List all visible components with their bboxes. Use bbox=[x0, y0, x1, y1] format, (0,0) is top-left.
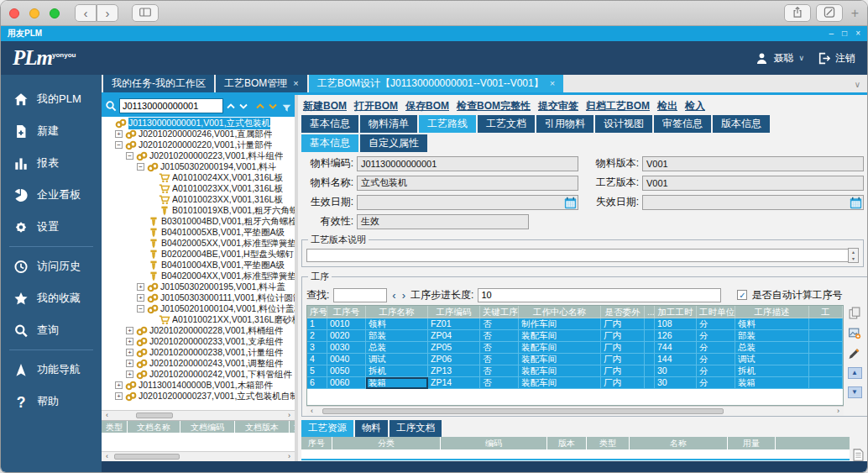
sidebar-item-help[interactable]: ?帮助 bbox=[1, 386, 102, 418]
sidebar-item-new[interactable]: 新建 bbox=[1, 115, 102, 147]
user-name[interactable]: 聂聪 bbox=[773, 51, 793, 66]
process-cell[interactable]: 分 bbox=[697, 342, 735, 354]
toolbar-link[interactable]: 新建BOM bbox=[303, 99, 347, 113]
tree-item[interactable]: B04010005XB,V001,平垫圈A级 bbox=[102, 227, 295, 238]
process-cell[interactable]: 领料 bbox=[735, 318, 809, 330]
tab-close-icon[interactable]: × bbox=[550, 75, 555, 92]
main-tab[interactable]: 基本信息 bbox=[301, 115, 358, 133]
tree-item[interactable]: B04020005XX,V001,标准型弹簧垫圈 bbox=[102, 238, 295, 249]
tree-item[interactable]: −J02010200000223,V001,料斗组件 bbox=[102, 150, 295, 161]
process-column-header[interactable]: 工作中心名称 bbox=[519, 306, 601, 318]
process-cell[interactable]: 否 bbox=[480, 318, 519, 330]
process-cell[interactable]: 分 bbox=[697, 365, 735, 377]
process-cell[interactable]: 分 bbox=[697, 330, 735, 342]
form-input[interactable]: 生效 bbox=[357, 214, 529, 229]
process-column-header[interactable]: 工时单位 bbox=[697, 306, 735, 318]
process-cell[interactable]: 0020 bbox=[327, 330, 366, 342]
tree-item[interactable]: −J01050201000104,V001,料位计盖板 bbox=[102, 303, 295, 314]
minimize-button[interactable]: – bbox=[829, 26, 834, 41]
process-cell[interactable]: ZP05 bbox=[428, 342, 480, 354]
process-cell[interactable]: 否 bbox=[480, 342, 519, 354]
resource-column-header[interactable]: 名称 bbox=[630, 437, 727, 449]
auto-number-checkbox[interactable]: ✓ bbox=[737, 290, 747, 300]
process-cell[interactable] bbox=[645, 342, 655, 354]
process-cell[interactable]: 否 bbox=[480, 354, 519, 365]
expand-toggle-icon[interactable]: + bbox=[137, 283, 144, 291]
process-row[interactable]: 30030总装ZP05否装配车间厂内744分总装 bbox=[307, 342, 843, 354]
main-tab[interactable]: 审签信息 bbox=[654, 115, 711, 133]
forward-button[interactable]: › bbox=[97, 4, 118, 22]
process-column-header[interactable]: 工序编码 bbox=[428, 306, 480, 318]
tab-overflow-chevron-icon[interactable]: ∨ bbox=[855, 80, 867, 92]
tree-item[interactable]: +J02010200000246,V001,直属部件 bbox=[102, 129, 295, 139]
zoom-traffic-light[interactable] bbox=[50, 8, 60, 18]
sidebar-item-query[interactable]: 查询 bbox=[1, 314, 102, 346]
process-cell[interactable]: 部装 bbox=[735, 330, 809, 342]
form-input[interactable]: V001 bbox=[642, 176, 864, 191]
form-input[interactable]: J01130000000001 bbox=[357, 156, 578, 171]
process-table-scrollbar[interactable]: ‹ › bbox=[306, 406, 844, 416]
process-cell[interactable]: 0010 bbox=[327, 318, 366, 330]
tree-item[interactable]: B04010004XB,V001,平垫圈A级 bbox=[102, 260, 295, 271]
main-tab[interactable]: 工艺文档 bbox=[478, 115, 535, 133]
logout-link[interactable]: 注销 bbox=[835, 51, 855, 66]
process-column-header[interactable]: ... bbox=[645, 306, 655, 318]
process-column-header[interactable]: 工序描述 bbox=[735, 306, 809, 318]
tree-item[interactable]: +J02010200000233,V001,支承组件 bbox=[102, 336, 295, 347]
process-column-header[interactable]: 工 bbox=[809, 306, 843, 318]
sub-tab[interactable]: 基本信息 bbox=[301, 134, 358, 152]
toolbar-link[interactable]: 归档工艺BOM bbox=[586, 99, 650, 113]
toolbar-link[interactable]: 打开BOM bbox=[354, 99, 398, 113]
form-input[interactable] bbox=[642, 195, 864, 210]
doc-column-header[interactable]: 文档格式 bbox=[290, 421, 295, 433]
tab-3[interactable]: 工艺BOM设计【J01130000000001--V001--V001】× bbox=[309, 75, 563, 92]
process-cell[interactable]: 装配车间 bbox=[519, 342, 601, 354]
expand-toggle-icon[interactable]: + bbox=[126, 327, 133, 334]
process-cell[interactable]: 部装 bbox=[366, 330, 428, 342]
search-prev-icon[interactable] bbox=[226, 100, 236, 112]
process-cell[interactable]: 否 bbox=[480, 330, 519, 342]
document-list-scrollbar[interactable]: ‹ › bbox=[102, 451, 295, 461]
user-menu-chevron-icon[interactable]: ∨ bbox=[798, 54, 804, 62]
process-cell[interactable]: 144 bbox=[655, 354, 697, 365]
tree-item[interactable]: −J01050302000194,V001,料斗 bbox=[102, 161, 295, 172]
tree-item[interactable]: B04020004XX,V001,标准型弹簧垫圈 bbox=[102, 271, 295, 281]
sidebar-item-history[interactable]: 访问历史 bbox=[1, 250, 102, 282]
process-row[interactable]: 40040调试ZP06否装配车间厂内144分调试 bbox=[307, 354, 843, 365]
scroll-track[interactable] bbox=[112, 452, 284, 461]
process-cell[interactable]: 2 bbox=[307, 330, 327, 342]
scroll-thumb[interactable] bbox=[322, 408, 724, 414]
process-cell[interactable]: 3 bbox=[307, 342, 327, 354]
process-cell[interactable]: 否 bbox=[480, 377, 519, 389]
process-cell[interactable]: 调试 bbox=[735, 354, 809, 365]
bottom-tab[interactable]: 物料 bbox=[355, 420, 388, 437]
doc-column-header[interactable]: 文档名称 bbox=[128, 421, 180, 433]
tab-2[interactable]: 工艺BOM管理× bbox=[216, 75, 307, 92]
resource-column-header[interactable]: 分类 bbox=[332, 437, 440, 449]
resource-column-header[interactable]: 编码 bbox=[441, 437, 546, 449]
scroll-track[interactable] bbox=[112, 411, 284, 420]
process-cell[interactable]: 744 bbox=[655, 342, 697, 354]
process-cell[interactable]: 0030 bbox=[327, 342, 366, 354]
toolbar-link[interactable]: 保存BOM bbox=[405, 99, 449, 113]
process-cell[interactable] bbox=[809, 342, 843, 354]
tree-item[interactable]: +J01050302000195,V001,料斗盖 bbox=[102, 281, 295, 292]
process-cell[interactable]: FZ01 bbox=[428, 318, 480, 330]
process-cell[interactable]: ZP13 bbox=[428, 365, 480, 377]
spinner-icon[interactable]: ▴▾ bbox=[848, 248, 859, 263]
process-cell[interactable]: 总装 bbox=[735, 342, 809, 354]
process-cell[interactable]: 30 bbox=[655, 365, 697, 377]
move-down-icon[interactable] bbox=[268, 100, 278, 112]
process-cell[interactable]: 5 bbox=[307, 365, 327, 377]
main-tab[interactable]: 设计视图 bbox=[595, 115, 652, 133]
doc-column-header[interactable]: 文档版本 bbox=[235, 421, 289, 433]
process-column-header[interactable]: 序号 bbox=[307, 306, 327, 318]
scroll-right-icon[interactable]: › bbox=[284, 452, 295, 461]
expand-toggle-icon[interactable]: − bbox=[137, 163, 144, 171]
toolbar-link[interactable]: 检出 bbox=[657, 99, 677, 113]
tree-item[interactable]: +J02010200000243,V001,调整组件 bbox=[102, 358, 295, 369]
process-cell[interactable] bbox=[809, 318, 843, 330]
process-cell[interactable]: ZP04 bbox=[428, 330, 480, 342]
process-cell[interactable]: 装箱 bbox=[735, 377, 809, 389]
scroll-thumb[interactable] bbox=[136, 413, 173, 418]
